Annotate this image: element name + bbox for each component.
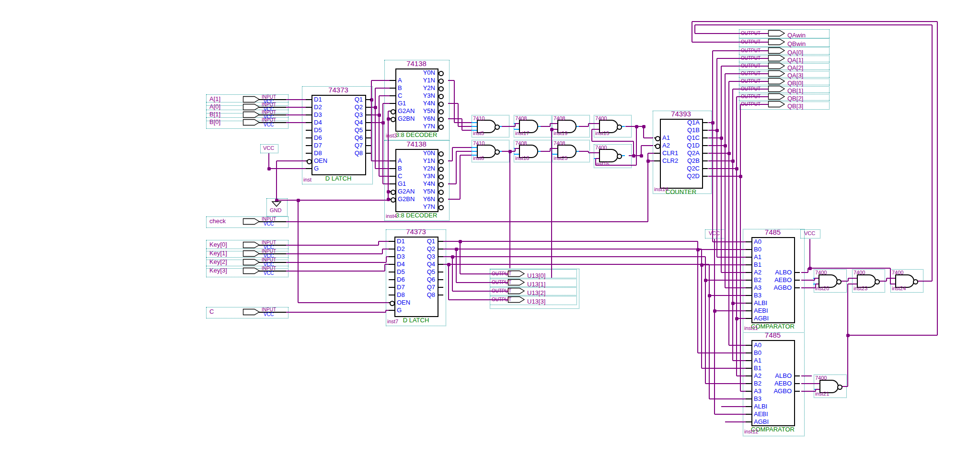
wire-junction[interactable] bbox=[459, 240, 462, 243]
pin-latch2-out-7[interactable]: Q8 bbox=[427, 292, 435, 298]
pin-comp2-1[interactable]: B0 bbox=[754, 350, 761, 356]
output-pin-symbol[interactable] bbox=[768, 63, 785, 69]
wire[interactable] bbox=[371, 80, 390, 81]
wire[interactable] bbox=[705, 280, 746, 281]
wire[interactable] bbox=[848, 278, 857, 279]
wire[interactable] bbox=[708, 153, 729, 154]
wire[interactable] bbox=[698, 249, 746, 250]
wire[interactable] bbox=[840, 281, 848, 282]
wire[interactable] bbox=[643, 126, 644, 138]
output-pin-symbol[interactable] bbox=[768, 70, 785, 77]
wire-junction[interactable] bbox=[711, 121, 715, 125]
wire[interactable] bbox=[801, 280, 815, 281]
wire-junction[interactable] bbox=[708, 294, 711, 297]
wire[interactable] bbox=[298, 302, 389, 303]
pin-latch1-out-6[interactable]: Q7 bbox=[355, 142, 363, 149]
pin-latch1-5[interactable]: D6 bbox=[314, 135, 322, 141]
wire[interactable] bbox=[454, 122, 472, 123]
wire[interactable] bbox=[438, 264, 709, 265]
input-port-label[interactable]: B[1] bbox=[209, 111, 220, 118]
wire[interactable] bbox=[801, 272, 808, 273]
pin-comp2-4[interactable]: A2 bbox=[754, 373, 761, 379]
pin-comp1-1[interactable]: B0 bbox=[754, 246, 761, 253]
vcc-symbol[interactable]: VCC bbox=[263, 145, 274, 151]
pin-latch1-out-2[interactable]: Q3 bbox=[355, 112, 363, 118]
wire[interactable] bbox=[705, 383, 746, 384]
pin-latch2-0[interactable]: D1 bbox=[397, 238, 405, 245]
pin-counter-1[interactable]: A2 bbox=[662, 142, 670, 149]
wire[interactable] bbox=[378, 241, 379, 245]
wire[interactable] bbox=[636, 126, 637, 165]
input-pin-symbol[interactable] bbox=[243, 259, 260, 266]
pin-comp1-10[interactable]: AGBI bbox=[754, 315, 769, 322]
wire[interactable] bbox=[383, 183, 390, 184]
wire[interactable] bbox=[740, 391, 746, 392]
wire[interactable] bbox=[286, 253, 382, 254]
pin-decoder1-out-2[interactable]: Y2N bbox=[423, 85, 435, 91]
wire-junction[interactable] bbox=[451, 255, 454, 259]
pin-counter-out-4[interactable]: Q2A bbox=[687, 150, 700, 157]
wire[interactable] bbox=[596, 158, 599, 159]
wire[interactable] bbox=[515, 123, 519, 124]
wire[interactable] bbox=[388, 111, 389, 200]
pin-decoder1-out-5[interactable]: Y5N bbox=[423, 108, 435, 114]
input-pin-symbol[interactable] bbox=[243, 112, 260, 118]
pin-latch2-1[interactable]: D2 bbox=[397, 246, 405, 252]
pin-comp1-out-1[interactable]: AEBO bbox=[774, 277, 792, 284]
wire[interactable] bbox=[721, 406, 746, 407]
wire-junction[interactable] bbox=[550, 128, 553, 131]
wire[interactable] bbox=[715, 310, 746, 311]
pin-comp1-8[interactable]: ALBI bbox=[754, 300, 767, 306]
wire[interactable] bbox=[269, 168, 311, 169]
wire[interactable] bbox=[737, 375, 746, 376]
pin-decoder1-4[interactable]: G2AN bbox=[398, 108, 415, 114]
pin-latch1-7[interactable]: D8 bbox=[314, 150, 322, 157]
input-pin-symbol[interactable] bbox=[243, 96, 260, 103]
pin-latch1-1[interactable]: D2 bbox=[314, 104, 322, 111]
pin-latch2-8[interactable]: OEN bbox=[397, 299, 410, 306]
wire[interactable] bbox=[713, 241, 746, 242]
wire[interactable] bbox=[298, 200, 299, 303]
wire[interactable] bbox=[937, 22, 938, 335]
wire[interactable] bbox=[438, 249, 702, 250]
pin-latch1-8[interactable]: OEN bbox=[314, 158, 327, 164]
wire[interactable] bbox=[725, 287, 746, 288]
vcc-symbol[interactable]: VCC bbox=[709, 230, 720, 236]
pin-latch1-out-5[interactable]: Q6 bbox=[355, 135, 363, 141]
wire[interactable] bbox=[286, 312, 386, 313]
pin-latch1-4[interactable]: D5 bbox=[314, 127, 322, 134]
wire[interactable] bbox=[815, 278, 819, 279]
output-pin-symbol[interactable] bbox=[768, 55, 785, 62]
input-port-label[interactable]: Key[3] bbox=[209, 267, 227, 274]
pin-latch1-out-7[interactable]: Q8 bbox=[355, 150, 363, 157]
wire[interactable] bbox=[733, 360, 746, 361]
wire[interactable] bbox=[541, 126, 550, 127]
pin-latch2-6[interactable]: D7 bbox=[397, 284, 405, 291]
input-pin-symbol[interactable] bbox=[243, 309, 260, 316]
pin-decoder1-out-7[interactable]: Y7N bbox=[423, 123, 435, 130]
pin-comp1-out-0[interactable]: ALBO bbox=[775, 269, 792, 276]
wire[interactable] bbox=[648, 153, 654, 154]
wire-junction[interactable] bbox=[735, 167, 738, 170]
wire[interactable] bbox=[705, 257, 706, 384]
wire[interactable] bbox=[733, 303, 746, 304]
wire-junction[interactable] bbox=[267, 167, 271, 170]
pin-latch2-out-5[interactable]: Q6 bbox=[427, 276, 435, 283]
wire-junction[interactable] bbox=[374, 106, 377, 109]
wire-junction[interactable] bbox=[297, 199, 300, 202]
wire[interactable] bbox=[452, 148, 453, 161]
wire-junction[interactable] bbox=[720, 136, 723, 140]
wire[interactable] bbox=[591, 129, 592, 141]
wire[interactable] bbox=[588, 123, 599, 124]
wire[interactable] bbox=[917, 281, 932, 282]
pin-latch2-7[interactable]: D8 bbox=[397, 292, 405, 298]
pin-latch1-out-3[interactable]: Q4 bbox=[355, 119, 363, 126]
pin-comp2-out-0[interactable]: ALBO bbox=[775, 373, 792, 379]
pin-latch2-3[interactable]: D4 bbox=[397, 261, 405, 268]
wire[interactable] bbox=[286, 262, 386, 263]
wire-junction[interactable] bbox=[731, 159, 735, 163]
wire[interactable] bbox=[379, 95, 390, 96]
wire[interactable] bbox=[717, 257, 746, 258]
wire[interactable] bbox=[375, 88, 390, 89]
wire[interactable] bbox=[515, 148, 519, 149]
